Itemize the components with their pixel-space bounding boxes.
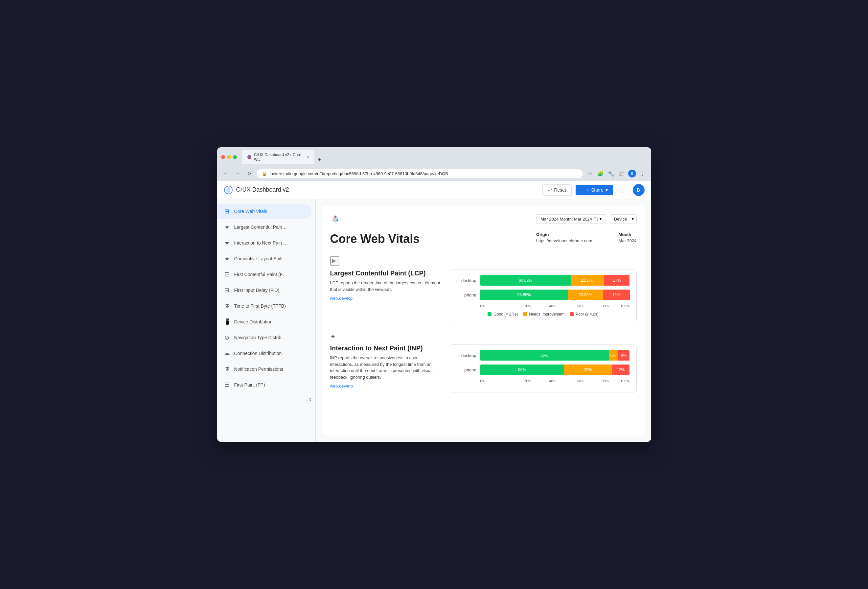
report-title-section: Core Web Vitals Origin https://developer… [330, 232, 637, 246]
inp-description: INP reports the overall responsiveness t… [330, 355, 442, 380]
document-icon: ☰ [224, 381, 230, 389]
good-segment: 86% [480, 350, 609, 361]
sidebar-item-fcp[interactable]: ☰ First Contentful Paint (F… [217, 267, 311, 282]
sidebar-label: Interaction to Next Pain… [234, 240, 287, 246]
good-segment: 60.62% [480, 275, 571, 286]
flask-icon: ⚗ [224, 302, 230, 309]
forward-button[interactable]: → [233, 169, 242, 178]
url-text[interactable]: lookerstudio.google.com/u/0/reporting/bb… [270, 171, 577, 176]
sidebar-item-notification-permissions[interactable]: ⚗ Notification Permissions [217, 361, 311, 377]
lcp-section: Largest Contentful Paint (LCP) LCP repor… [330, 256, 637, 322]
sidebar-label: First Paint (FP) [234, 382, 265, 388]
good-segment: 56% [480, 364, 564, 375]
sidebar: ⊞ Core Web Vitals ★ Largest Contentful P… [217, 199, 316, 442]
lcp-content: Largest Contentful Paint (LCP) LCP repor… [330, 269, 637, 322]
app-logo: CrUX Dashboard v2 [224, 185, 289, 195]
devtools-button[interactable]: 🔧 [607, 169, 616, 178]
inp-sparkle-icon: ✦ [330, 333, 336, 340]
needs-segment: 32% [564, 364, 612, 375]
share-button[interactable]: 👤+ Share ▾ [576, 185, 613, 195]
sidebar-item-cls[interactable]: ★ Cumulative Layout Shift… [217, 251, 311, 266]
report-header: Mar 2024 Month: Mar 2024 (1) ▾ Device ▾ [330, 214, 637, 224]
sidebar-toggle[interactable]: ‹ [217, 393, 315, 405]
poor-segment: 18% [603, 290, 630, 300]
sidebar-item-ttfb[interactable]: ⚗ Time to First Byte (TTFB) [217, 299, 311, 314]
profile-button[interactable]: B [627, 169, 637, 178]
share-chevron-icon: ▾ [605, 187, 608, 192]
star-icon: ★ [224, 223, 230, 231]
month-label: Month [619, 232, 637, 237]
poor-segment: 8% [618, 350, 629, 361]
share-icon: 👤+ [581, 187, 589, 192]
inp-link[interactable]: web.dev/inp [330, 383, 353, 389]
origin-label: Origin [536, 232, 592, 237]
sidebar-label: Notification Permissions [234, 367, 283, 372]
sidebar-item-inp[interactable]: ★ Interaction to Next Pain… [217, 235, 311, 250]
document-icon: ☰ [224, 271, 230, 278]
needs-segment: 6% [609, 350, 618, 361]
new-tab-button[interactable]: + [315, 155, 324, 164]
tab-favicon [247, 155, 251, 160]
month-value: Mar 2024 [619, 238, 637, 243]
phone-bar: 56% 32% 12% [480, 364, 630, 375]
google-logo [330, 214, 341, 224]
device-filter[interactable]: Device ▾ [610, 214, 637, 224]
poor-color [570, 312, 574, 316]
app-title: CrUX Dashboard v2 [236, 186, 289, 193]
sidebar-label: Cumulative Layout Shift… [234, 256, 288, 261]
good-segment: 58.85% [480, 290, 568, 300]
avatar[interactable]: B [633, 184, 645, 196]
poor-legend: Poor (≥ 4.0s) [570, 312, 598, 317]
traffic-lights [221, 155, 237, 159]
inp-chart: desktop 86% 6% 8% phone [450, 345, 637, 392]
sidebar-item-lcp[interactable]: ★ Largest Contentful Pain… [217, 219, 311, 235]
chart-row: desktop 60.62% 22.38% 17% [457, 275, 630, 286]
tab-close-button[interactable]: × [307, 155, 309, 159]
sidebar-item-core-web-vitals[interactable]: ⊞ Core Web Vitals [217, 204, 311, 219]
lcp-chart: desktop 60.62% 22.38% 17% phone [450, 269, 637, 322]
minimize-window-button[interactable] [227, 155, 231, 159]
chart-axis: 0% 20% 40% 60% 80% 100% [480, 379, 630, 383]
sidebar-item-connection-distribution[interactable]: ☁ Connection Distribution [217, 346, 311, 361]
extension-button[interactable]: 🧩 [596, 169, 605, 178]
close-window-button[interactable] [221, 155, 225, 159]
bookmark-button[interactable]: ☆ [586, 169, 595, 178]
poor-segment: 12% [612, 364, 630, 375]
tab-title: CrUX Dashboard v2 › Core W… [254, 152, 303, 162]
sidebar-item-device-distribution[interactable]: 📱 Device Distribution [217, 314, 311, 329]
chart-row: phone 56% 32% 12% [457, 364, 630, 375]
menu-button[interactable]: ⋮ [638, 169, 647, 178]
needs-segment: 23.33% [568, 290, 603, 300]
month-filter[interactable]: Mar 2024 Month: Mar 2024 (1) ▾ [536, 214, 606, 224]
chevron-down-icon: ▾ [599, 217, 602, 221]
sidebar-label: Core Web Vitals [234, 209, 267, 214]
sidebar-item-navigation-type[interactable]: ⊘ Navigation Type Distrib… [217, 330, 311, 345]
desktop-label: desktop [457, 278, 476, 283]
app-header: CrUX Dashboard v2 ↩ Reset 👤+ Share ▾ ⋮ B [217, 181, 651, 199]
sidebar-label: First Input Delay (FID) [234, 288, 280, 293]
maximize-window-button[interactable] [233, 155, 237, 159]
reader-button[interactable]: 📰 [617, 169, 626, 178]
desktop-bar: 60.62% 22.38% 17% [480, 275, 630, 286]
lcp-icon [330, 256, 340, 266]
sidebar-label: Connection Distribution [234, 351, 282, 356]
browser-tab[interactable]: CrUX Dashboard v2 › Core W… × [242, 150, 314, 164]
phone-label: phone [457, 293, 476, 297]
star-icon: ★ [224, 239, 230, 247]
lcp-link[interactable]: web.dev/lcp [330, 296, 353, 301]
more-options-button[interactable]: ⋮ [617, 184, 629, 196]
sidebar-item-fp[interactable]: ☰ First Paint (FP) [217, 377, 311, 392]
compass-icon: ⊘ [224, 334, 230, 341]
back-button[interactable]: ← [221, 169, 230, 178]
origin-value: https://developer.chrome.com [536, 238, 592, 243]
collapse-icon[interactable]: ‹ [310, 396, 311, 403]
address-bar[interactable]: 🔒 lookerstudio.google.com/u/0/reporting/… [257, 169, 583, 178]
lcp-name: Largest Contentful Paint (LCP) [330, 269, 442, 277]
reset-button[interactable]: ↩ Reset [542, 184, 572, 195]
reload-button[interactable]: ↻ [245, 169, 254, 178]
inp-content: Interaction to Next Paint (INP) INP repo… [330, 345, 637, 392]
star-icon: ★ [224, 255, 230, 262]
lcp-description: LCP reports the render time of the large… [330, 280, 442, 293]
sidebar-item-fid[interactable]: ⊟ First Input Delay (FID) [217, 283, 311, 298]
chart-row: phone 58.85% 23.33% 18% [457, 290, 630, 300]
